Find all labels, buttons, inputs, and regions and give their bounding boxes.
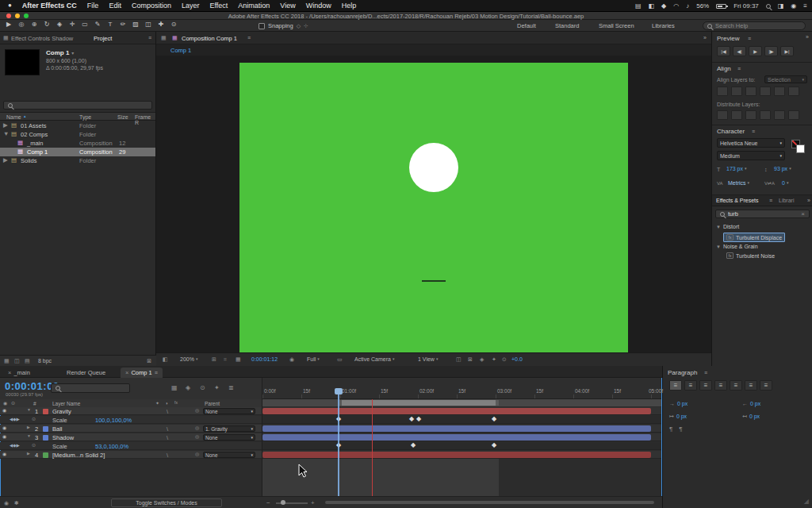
menu-window[interactable]: Window — [306, 2, 331, 10]
keyframe-icon[interactable] — [492, 442, 496, 448]
distribute-left-icon[interactable] — [760, 110, 771, 120]
tab-main[interactable]: _main — [3, 368, 35, 378]
align-target-dropdown[interactable]: Selection — [764, 75, 807, 83]
track-solid[interactable] — [262, 451, 661, 459]
twirl-open-icon[interactable] — [716, 225, 721, 229]
menu-file[interactable]: File — [87, 2, 99, 10]
current-time-indicator-handle[interactable] — [335, 388, 343, 394]
zoom-out-timeline-icon[interactable] — [266, 500, 270, 506]
roto-brush-tool-icon[interactable] — [155, 21, 167, 30]
align-panel-title[interactable]: Align — [717, 65, 731, 72]
project-column-header[interactable]: Name Type Size Frame R — [0, 112, 155, 121]
label-color-swatch[interactable] — [43, 426, 48, 432]
siri-icon[interactable] — [791, 3, 796, 10]
label-color-swatch[interactable] — [43, 452, 48, 458]
layer-name[interactable]: Shadow — [52, 434, 74, 441]
distribute-right-icon[interactable] — [788, 110, 799, 120]
align-right-icon[interactable] — [745, 87, 756, 96]
panel-resize-grip-icon[interactable] — [804, 498, 809, 505]
close-tab-icon[interactable] — [8, 370, 11, 376]
justify-last-left-button[interactable] — [714, 380, 727, 391]
property-name[interactable]: Scale — [52, 417, 67, 424]
app-menu[interactable]: After Effects CC — [22, 2, 77, 10]
property-row-shadow-scale[interactable]: ◀◆▶ Scale 53,0,100,0% — [0, 442, 262, 450]
timeline-search-input[interactable] — [63, 385, 125, 392]
time-ruler[interactable]: 0:00f 15f 01:00f 15f 02:00f 15f 03:00f 1… — [262, 378, 661, 399]
eye-icon[interactable] — [2, 425, 6, 430]
camera-tool-icon[interactable] — [54, 21, 65, 30]
text-direction-rtl-icon[interactable] — [679, 426, 682, 433]
twirl-open-icon[interactable] — [716, 244, 721, 249]
column-name[interactable]: Name — [6, 114, 21, 120]
fast-previews-icon[interactable] — [468, 356, 473, 362]
trash-icon[interactable] — [147, 358, 151, 364]
project-flowchart-icon[interactable] — [4, 358, 10, 364]
snap-option-icon[interactable] — [297, 23, 301, 29]
play-button[interactable] — [749, 46, 762, 56]
hand-tool-icon[interactable] — [16, 21, 27, 30]
view-layout-dropdown[interactable]: 1 View — [418, 356, 438, 362]
workspace-standard[interactable]: Standard — [555, 22, 579, 29]
proxy-icon[interactable] — [14, 358, 20, 364]
more-panels-chevron-icon[interactable] — [703, 35, 707, 40]
keyboard-status-icon[interactable] — [635, 3, 642, 10]
paragraph-panel-title[interactable]: Paragraph — [668, 369, 697, 376]
item-name[interactable]: Comp 1 — [27, 148, 48, 156]
stopwatch-icon[interactable] — [32, 417, 36, 421]
twirl-closed-icon[interactable] — [3, 122, 8, 129]
parent-pickwhip-icon[interactable] — [195, 408, 199, 413]
target-region-icon[interactable] — [337, 356, 343, 362]
pan-behind-tool-icon[interactable] — [67, 21, 78, 30]
kerning-field[interactable]: Metrics — [728, 180, 749, 186]
more-panels-chevron-icon[interactable] — [807, 198, 810, 203]
space-after-field[interactable]: 0 px — [742, 414, 760, 419]
twirl-open-icon[interactable] — [27, 434, 31, 438]
volume-icon[interactable] — [686, 3, 689, 10]
panel-menu-icon[interactable] — [769, 198, 772, 203]
layer-row-gravity[interactable]: 1 Gravity \ None — [0, 407, 262, 415]
draft-3d-icon[interactable] — [186, 385, 190, 391]
parent-dropdown[interactable]: None — [203, 434, 255, 441]
label-color-swatch[interactable] — [43, 409, 48, 414]
align-left-icon[interactable] — [717, 87, 728, 96]
workspace-libraries[interactable]: Libraries — [652, 22, 675, 29]
first-frame-button[interactable] — [717, 46, 730, 56]
align-text-left-button[interactable] — [669, 380, 682, 391]
effects-search-input[interactable] — [728, 210, 798, 217]
item-name[interactable]: Solids — [21, 157, 36, 164]
panel-menu-icon[interactable] — [155, 370, 158, 375]
effect-group-distort[interactable]: Distort — [716, 224, 739, 229]
resolution-dropdown[interactable]: Full — [307, 356, 320, 362]
align-v-center-icon[interactable] — [774, 87, 785, 96]
notification-center-icon[interactable] — [803, 3, 807, 10]
menu-help[interactable]: Help — [342, 2, 357, 10]
column-size[interactable]: Size — [117, 114, 128, 120]
menu-composition[interactable]: Composition — [132, 2, 171, 10]
transfer-controls-icon[interactable] — [14, 500, 19, 506]
exposure-value[interactable]: +0.0 — [511, 356, 523, 362]
work-area-region[interactable] — [339, 400, 499, 406]
project-row-main[interactable]: _main Composition 12 — [0, 139, 155, 148]
display-status-icon[interactable] — [648, 3, 654, 10]
keyframe-icon[interactable] — [492, 416, 496, 422]
toggle-switches-modes-button[interactable]: Toggle Switches / Modes — [111, 498, 222, 507]
comp-canvas-green-solid[interactable] — [239, 63, 628, 352]
distribute-v-center-icon[interactable] — [731, 110, 742, 120]
grid-guides-icon[interactable] — [212, 356, 216, 362]
tab-libraries[interactable]: Librari — [779, 198, 794, 203]
menu-animation[interactable]: Animation — [238, 2, 270, 10]
keyframe-icon[interactable] — [416, 416, 421, 422]
layer-name[interactable]: Gravity — [52, 408, 71, 415]
property-name[interactable]: Scale — [52, 443, 67, 450]
parent-dropdown[interactable]: 1. Gravity — [203, 425, 255, 432]
track-ball[interactable] — [262, 425, 661, 433]
last-frame-button[interactable] — [780, 46, 794, 56]
font-family-dropdown[interactable]: Helvetica Neue — [717, 138, 785, 148]
twirl-open-icon[interactable] — [3, 131, 9, 137]
brush-tool-icon[interactable] — [117, 21, 128, 30]
item-name[interactable]: 02 Comps — [21, 131, 48, 138]
label-color-swatch[interactable] — [43, 435, 48, 441]
preview-panel-title[interactable]: Preview — [717, 35, 739, 42]
pen-tool-icon[interactable] — [92, 21, 103, 30]
new-folder-icon[interactable] — [25, 358, 30, 364]
